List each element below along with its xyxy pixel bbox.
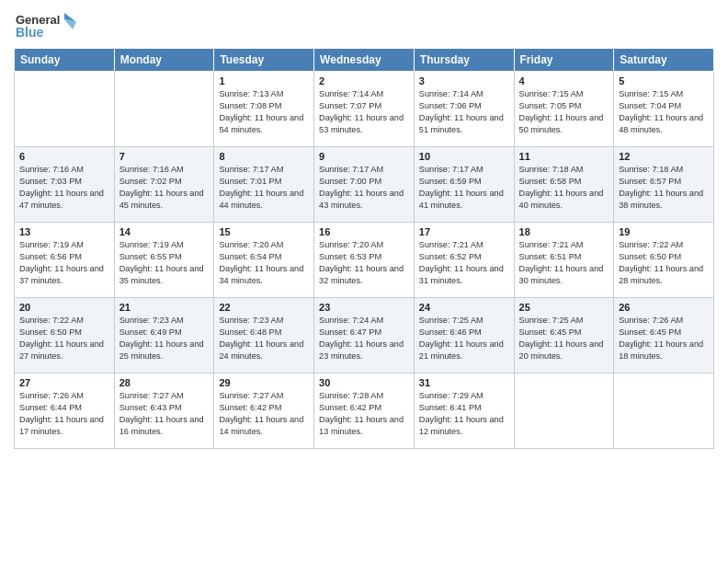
day-number: 23	[319, 302, 409, 313]
day-number: 16	[319, 226, 409, 237]
calendar-cell	[15, 72, 115, 147]
week-row-3: 13Sunrise: 7:19 AMSunset: 6:56 PMDayligh…	[15, 223, 714, 298]
calendar-cell: 16Sunrise: 7:20 AMSunset: 6:53 PMDayligh…	[314, 223, 415, 298]
calendar-cell: 10Sunrise: 7:17 AMSunset: 6:59 PMDayligh…	[414, 147, 514, 223]
calendar-cell: 28Sunrise: 7:27 AMSunset: 6:43 PMDayligh…	[114, 373, 214, 449]
cell-sun-info: Sunrise: 7:27 AMSunset: 6:42 PMDaylight:…	[219, 390, 309, 438]
calendar-cell: 30Sunrise: 7:28 AMSunset: 6:42 PMDayligh…	[314, 373, 415, 449]
cell-sun-info: Sunrise: 7:17 AMSunset: 6:59 PMDaylight:…	[419, 164, 509, 212]
cell-sun-info: Sunrise: 7:13 AMSunset: 7:08 PMDaylight:…	[219, 88, 309, 136]
cell-sun-info: Sunrise: 7:19 AMSunset: 6:56 PMDaylight:…	[19, 239, 109, 287]
cell-sun-info: Sunrise: 7:20 AMSunset: 6:53 PMDaylight:…	[319, 239, 409, 287]
cell-sun-info: Sunrise: 7:23 AMSunset: 6:49 PMDaylight:…	[119, 315, 210, 362]
calendar-cell: 12Sunrise: 7:18 AMSunset: 6:57 PMDayligh…	[614, 147, 714, 223]
day-number: 26	[619, 302, 709, 313]
calendar-cell: 4Sunrise: 7:15 AMSunset: 7:05 PMDaylight…	[514, 72, 614, 147]
cell-sun-info: Sunrise: 7:22 AMSunset: 6:50 PMDaylight:…	[619, 239, 709, 287]
day-number: 20	[19, 302, 109, 313]
day-number: 22	[219, 302, 309, 313]
calendar-cell: 3Sunrise: 7:14 AMSunset: 7:06 PMDaylight…	[414, 72, 514, 147]
calendar-cell: 31Sunrise: 7:29 AMSunset: 6:41 PMDayligh…	[414, 373, 514, 449]
svg-text:Blue: Blue	[16, 25, 44, 40]
week-row-4: 20Sunrise: 7:22 AMSunset: 6:50 PMDayligh…	[15, 298, 714, 373]
day-number: 25	[519, 302, 609, 313]
cell-sun-info: Sunrise: 7:19 AMSunset: 6:55 PMDaylight:…	[119, 239, 210, 287]
cell-sun-info: Sunrise: 7:24 AMSunset: 6:47 PMDaylight:…	[319, 315, 409, 362]
day-number: 28	[119, 377, 210, 388]
day-number: 8	[219, 151, 309, 162]
weekday-header-wednesday: Wednesday	[314, 49, 415, 72]
cell-sun-info: Sunrise: 7:26 AMSunset: 6:45 PMDaylight:…	[619, 315, 709, 362]
calendar-cell: 11Sunrise: 7:18 AMSunset: 6:58 PMDayligh…	[514, 147, 614, 223]
calendar-cell: 29Sunrise: 7:27 AMSunset: 6:42 PMDayligh…	[214, 373, 314, 449]
cell-sun-info: Sunrise: 7:20 AMSunset: 6:54 PMDaylight:…	[219, 239, 309, 287]
cell-sun-info: Sunrise: 7:15 AMSunset: 7:05 PMDaylight:…	[519, 88, 609, 136]
day-number: 3	[419, 75, 509, 86]
calendar-cell	[514, 373, 614, 449]
day-number: 18	[519, 226, 609, 237]
cell-sun-info: Sunrise: 7:16 AMSunset: 7:02 PMDaylight:…	[119, 164, 210, 212]
calendar-cell: 24Sunrise: 7:25 AMSunset: 6:46 PMDayligh…	[414, 298, 514, 373]
week-row-1: 1Sunrise: 7:13 AMSunset: 7:08 PMDaylight…	[15, 72, 714, 147]
cell-sun-info: Sunrise: 7:15 AMSunset: 7:04 PMDaylight:…	[619, 88, 709, 136]
calendar-cell: 6Sunrise: 7:16 AMSunset: 7:03 PMDaylight…	[15, 147, 115, 223]
calendar: SundayMondayTuesdayWednesdayThursdayFrid…	[14, 48, 714, 449]
cell-sun-info: Sunrise: 7:25 AMSunset: 6:45 PMDaylight:…	[519, 315, 609, 362]
day-number: 10	[419, 151, 509, 162]
cell-sun-info: Sunrise: 7:21 AMSunset: 6:52 PMDaylight:…	[419, 239, 509, 287]
weekday-header-thursday: Thursday	[414, 49, 514, 72]
day-number: 14	[119, 226, 210, 237]
day-number: 13	[19, 226, 109, 237]
cell-sun-info: Sunrise: 7:23 AMSunset: 6:48 PMDaylight:…	[219, 315, 309, 362]
calendar-cell: 13Sunrise: 7:19 AMSunset: 6:56 PMDayligh…	[15, 223, 115, 298]
calendar-cell: 19Sunrise: 7:22 AMSunset: 6:50 PMDayligh…	[614, 223, 714, 298]
calendar-cell: 8Sunrise: 7:17 AMSunset: 7:01 PMDaylight…	[214, 147, 314, 223]
day-number: 27	[19, 377, 109, 388]
day-number: 11	[519, 151, 609, 162]
week-row-2: 6Sunrise: 7:16 AMSunset: 7:03 PMDaylight…	[15, 147, 714, 223]
logo: GeneralBlue	[14, 9, 78, 42]
calendar-cell: 26Sunrise: 7:26 AMSunset: 6:45 PMDayligh…	[614, 298, 714, 373]
day-number: 12	[619, 151, 709, 162]
weekday-header-saturday: Saturday	[614, 49, 714, 72]
calendar-cell	[114, 72, 214, 147]
day-number: 17	[419, 226, 509, 237]
calendar-cell: 27Sunrise: 7:26 AMSunset: 6:44 PMDayligh…	[15, 373, 115, 449]
calendar-cell: 1Sunrise: 7:13 AMSunset: 7:08 PMDaylight…	[214, 72, 314, 147]
cell-sun-info: Sunrise: 7:14 AMSunset: 7:07 PMDaylight:…	[319, 88, 409, 136]
weekday-header-sunday: Sunday	[15, 49, 115, 72]
weekday-header-monday: Monday	[114, 49, 214, 72]
cell-sun-info: Sunrise: 7:21 AMSunset: 6:51 PMDaylight:…	[519, 239, 609, 287]
day-number: 6	[19, 151, 109, 162]
cell-sun-info: Sunrise: 7:14 AMSunset: 7:06 PMDaylight:…	[419, 88, 509, 136]
day-number: 9	[319, 151, 409, 162]
header: GeneralBlue	[14, 9, 714, 42]
calendar-cell: 15Sunrise: 7:20 AMSunset: 6:54 PMDayligh…	[214, 223, 314, 298]
day-number: 19	[619, 226, 709, 237]
weekday-header-tuesday: Tuesday	[214, 49, 314, 72]
cell-sun-info: Sunrise: 7:22 AMSunset: 6:50 PMDaylight:…	[19, 315, 109, 362]
calendar-cell: 5Sunrise: 7:15 AMSunset: 7:04 PMDaylight…	[614, 72, 714, 147]
cell-sun-info: Sunrise: 7:29 AMSunset: 6:41 PMDaylight:…	[419, 390, 509, 438]
page: GeneralBlue SundayMondayTuesdayWednesday…	[0, 0, 728, 563]
calendar-cell	[614, 373, 714, 449]
day-number: 2	[319, 75, 409, 86]
calendar-cell: 14Sunrise: 7:19 AMSunset: 6:55 PMDayligh…	[114, 223, 214, 298]
day-number: 1	[219, 75, 309, 86]
day-number: 5	[619, 75, 709, 86]
cell-sun-info: Sunrise: 7:18 AMSunset: 6:57 PMDaylight:…	[619, 164, 709, 212]
day-number: 31	[419, 377, 509, 388]
day-number: 21	[119, 302, 210, 313]
calendar-cell: 18Sunrise: 7:21 AMSunset: 6:51 PMDayligh…	[514, 223, 614, 298]
calendar-cell: 2Sunrise: 7:14 AMSunset: 7:07 PMDaylight…	[314, 72, 415, 147]
cell-sun-info: Sunrise: 7:28 AMSunset: 6:42 PMDaylight:…	[319, 390, 409, 438]
day-number: 4	[519, 75, 609, 86]
day-number: 7	[119, 151, 210, 162]
day-number: 24	[419, 302, 509, 313]
calendar-cell: 25Sunrise: 7:25 AMSunset: 6:45 PMDayligh…	[514, 298, 614, 373]
day-number: 29	[219, 377, 309, 388]
cell-sun-info: Sunrise: 7:27 AMSunset: 6:43 PMDaylight:…	[119, 390, 210, 438]
cell-sun-info: Sunrise: 7:17 AMSunset: 7:01 PMDaylight:…	[219, 164, 309, 212]
calendar-cell: 17Sunrise: 7:21 AMSunset: 6:52 PMDayligh…	[414, 223, 514, 298]
day-number: 15	[219, 226, 309, 237]
